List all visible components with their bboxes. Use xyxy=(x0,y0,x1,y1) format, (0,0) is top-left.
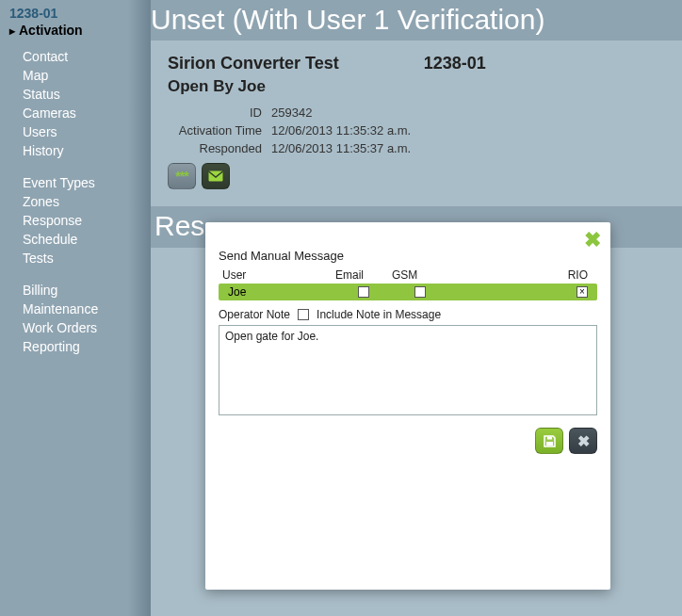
id-value: 259342 xyxy=(271,105,312,120)
responded-value: 12/06/2013 11:35:37 a.m. xyxy=(271,141,411,155)
send-manual-message-dialog: ✖ Send Manual Message User Email GSM RIO… xyxy=(205,222,610,590)
sidebar-item-cameras[interactable]: Cameras xyxy=(9,104,151,122)
event-banner: Unset (With User 1 Verification) xyxy=(151,0,682,41)
dialog-title: Send Manual Message xyxy=(219,249,597,263)
sidebar-item-schedule[interactable]: Schedule xyxy=(9,230,151,249)
sidebar-item-tests[interactable]: Tests xyxy=(9,249,151,267)
cancel-icon: ✖ xyxy=(577,432,590,450)
close-button[interactable]: ✖ xyxy=(584,230,601,251)
action-bar: *** xyxy=(168,163,673,189)
asterisks-icon: *** xyxy=(175,169,187,184)
envelope-icon xyxy=(208,170,223,182)
account-id: 1238-01 xyxy=(9,6,151,21)
responded-label: Responded xyxy=(168,141,262,155)
sidebar-item-map[interactable]: Map xyxy=(9,66,151,85)
message-button[interactable] xyxy=(202,163,230,189)
sidebar-item-history[interactable]: History xyxy=(9,141,151,160)
sidebar-item-zones[interactable]: Zones xyxy=(9,192,151,211)
sidebar-item-maintenance[interactable]: Maintenance xyxy=(9,300,151,318)
sidebar-item-activation[interactable]: Activation xyxy=(9,23,151,38)
sidebar-item-work-orders[interactable]: Work Orders xyxy=(9,318,151,337)
include-note-checkbox[interactable] xyxy=(298,309,309,320)
password-button[interactable]: *** xyxy=(168,163,196,189)
recipients-header: User Email GSM RIO xyxy=(219,268,597,284)
col-rio: RIO xyxy=(556,268,593,282)
operator-note-textarea[interactable] xyxy=(219,325,597,415)
recipient-name: Joe xyxy=(222,285,335,299)
activation-time-label: Activation Time xyxy=(168,123,262,138)
svg-rect-2 xyxy=(546,442,553,446)
sidebar-item-reporting[interactable]: Reporting xyxy=(9,337,151,356)
cancel-button[interactable]: ✖ xyxy=(569,428,597,454)
event-details: Sirion Converter Test 1238-01 Open By Jo… xyxy=(151,41,682,199)
save-button[interactable] xyxy=(535,428,563,454)
col-gsm: GSM xyxy=(392,268,448,282)
close-icon: ✖ xyxy=(584,228,601,251)
email-checkbox[interactable] xyxy=(358,286,369,298)
sidebar-item-event-types[interactable]: Event Types xyxy=(9,173,151,192)
sidebar: 1238-01 Activation Contact Map Status Ca… xyxy=(0,0,151,616)
gsm-checkbox[interactable] xyxy=(414,286,426,298)
recipient-row[interactable]: Joe × xyxy=(219,284,597,300)
account-name: Sirion Converter Test xyxy=(168,54,339,73)
operator-note-label: Operator Note xyxy=(219,308,290,321)
sidebar-item-billing[interactable]: Billing xyxy=(9,281,151,300)
activation-time-value: 12/06/2013 11:35:32 a.m. xyxy=(271,123,411,138)
col-user: User xyxy=(222,268,335,282)
rio-checkbox[interactable]: × xyxy=(576,286,588,298)
svg-rect-3 xyxy=(547,436,552,439)
id-label: ID xyxy=(168,105,262,120)
sidebar-item-response[interactable]: Response xyxy=(9,211,151,230)
sidebar-item-contact[interactable]: Contact xyxy=(9,47,151,66)
save-icon xyxy=(543,434,557,448)
sidebar-item-status[interactable]: Status xyxy=(9,85,151,104)
account-code: 1238-01 xyxy=(424,54,486,73)
col-email: Email xyxy=(335,268,392,282)
include-note-label: Include Note in Message xyxy=(317,308,441,321)
open-by-line: Open By Joe xyxy=(168,77,673,96)
sidebar-item-users[interactable]: Users xyxy=(9,122,151,141)
